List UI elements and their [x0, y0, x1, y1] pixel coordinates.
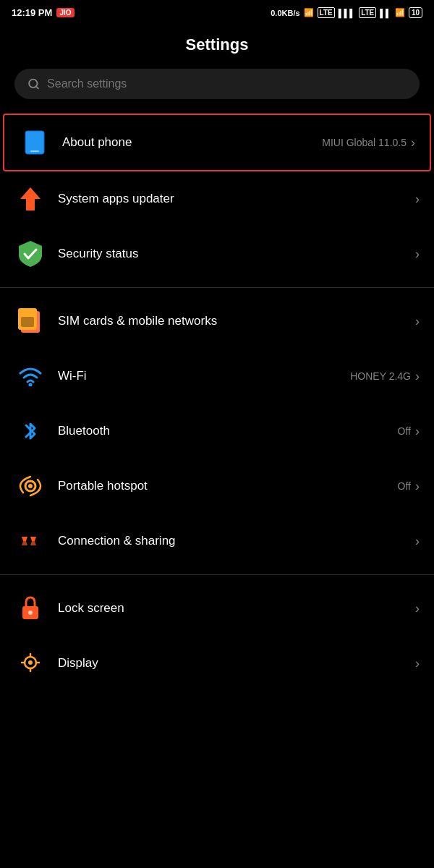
about-phone-content: About phone MIUI Global 11.0.5 ›	[62, 135, 415, 150]
connection-right: ›	[415, 534, 420, 549]
connection-icon	[14, 525, 46, 557]
hotspot-right: Off ›	[398, 479, 420, 494]
hotspot-icon	[14, 470, 46, 502]
system-apps-label: System apps updater	[58, 192, 174, 206]
settings-item-bluetooth[interactable]: Bluetooth Off ›	[0, 404, 434, 459]
hotspot-chevron: ›	[415, 479, 420, 494]
svg-rect-7	[21, 317, 34, 327]
wifi-right: HONEY 2.4G ›	[350, 369, 420, 384]
settings-item-display[interactable]: Display ›	[0, 636, 434, 691]
display-chevron: ›	[415, 656, 420, 671]
signal-icon-2: ▌▌▌	[339, 9, 355, 17]
svg-point-14	[28, 660, 33, 665]
hotspot-subtitle: Off	[398, 480, 411, 492]
security-label: Security status	[58, 247, 139, 261]
carrier-badge: JIO	[56, 8, 74, 17]
security-content: Security status ›	[58, 247, 420, 262]
system-apps-right: ›	[415, 192, 420, 207]
wifi-icon	[14, 360, 46, 392]
settings-item-lock[interactable]: Lock screen ›	[0, 581, 434, 636]
bluetooth-content: Bluetooth Off ›	[58, 424, 420, 439]
svg-point-8	[29, 383, 33, 387]
sim-right: ›	[415, 314, 420, 329]
lock-label: Lock screen	[58, 601, 124, 616]
sim-icon	[14, 305, 46, 337]
sim-label: SIM cards & mobile networks	[58, 314, 217, 328]
lte-icon-2: LTE	[359, 7, 376, 18]
display-content: Display ›	[58, 656, 420, 671]
wifi-content: Wi-Fi HONEY 2.4G ›	[58, 369, 420, 384]
search-input[interactable]	[47, 77, 407, 90]
bluetooth-icon	[14, 415, 46, 447]
wifi-subtitle: HONEY 2.4G	[350, 370, 411, 382]
lock-chevron: ›	[415, 601, 420, 616]
system-apps-icon	[14, 183, 46, 215]
settings-item-connection[interactable]: Connection & sharing ›	[0, 514, 434, 569]
signal-icon: 📶	[304, 8, 314, 17]
lte-icon: LTE	[318, 7, 335, 18]
display-icon	[14, 647, 46, 679]
system-apps-chevron: ›	[415, 192, 420, 207]
about-phone-right: MIUI Global 11.0.5 ›	[322, 135, 415, 150]
divider-2	[0, 574, 434, 575]
display-right: ›	[415, 656, 420, 671]
battery-icon: 10	[409, 7, 422, 18]
settings-item-security[interactable]: Security status ›	[0, 226, 434, 281]
security-right: ›	[415, 247, 420, 262]
lock-right: ›	[415, 601, 420, 616]
sim-content: SIM cards & mobile networks ›	[58, 314, 420, 329]
settings-item-wifi[interactable]: Wi-Fi HONEY 2.4G ›	[0, 349, 434, 404]
hotspot-content: Portable hotspot Off ›	[58, 479, 420, 494]
security-chevron: ›	[415, 247, 420, 262]
svg-marker-4	[20, 187, 41, 210]
hotspot-label: Portable hotspot	[58, 479, 148, 493]
divider-1	[0, 287, 434, 288]
wifi-status-icon: 📶	[395, 8, 405, 17]
bluetooth-subtitle: Off	[398, 425, 411, 437]
search-bar[interactable]	[14, 69, 420, 99]
settings-item-about-phone[interactable]: About phone MIUI Global 11.0.5 ›	[3, 114, 431, 171]
about-phone-subtitle: MIUI Global 11.0.5	[322, 137, 407, 148]
search-icon	[27, 77, 40, 90]
page-title: Settings	[0, 22, 434, 69]
status-right: 0.0KB/s 📶 LTE ▌▌▌ LTE ▌▌ 📶 10	[271, 7, 422, 18]
about-phone-chevron: ›	[411, 135, 415, 150]
svg-rect-3	[30, 150, 39, 152]
settings-item-sim[interactable]: SIM cards & mobile networks ›	[0, 294, 434, 349]
about-phone-label: About phone	[62, 135, 132, 150]
status-bar: 12:19 PM JIO 0.0KB/s 📶 LTE ▌▌▌ LTE ▌▌ 📶 …	[0, 0, 434, 22]
sim-chevron: ›	[415, 314, 420, 329]
lock-content: Lock screen ›	[58, 601, 420, 616]
network-speed: 0.0KB/s	[271, 9, 299, 17]
bluetooth-chevron: ›	[415, 424, 420, 439]
wifi-chevron: ›	[415, 369, 420, 384]
about-phone-icon	[19, 127, 51, 158]
bluetooth-right: Off ›	[398, 424, 420, 439]
time: 12:19 PM	[12, 7, 52, 18]
svg-point-12	[28, 610, 33, 615]
signal-icon-3: ▌▌	[380, 9, 391, 17]
status-left: 12:19 PM JIO	[12, 7, 75, 18]
security-icon	[14, 238, 46, 270]
display-label: Display	[58, 656, 98, 671]
lock-screen-icon	[14, 592, 46, 624]
connection-label: Connection & sharing	[58, 534, 176, 548]
settings-item-system-apps[interactable]: System apps updater ›	[0, 171, 434, 226]
connection-chevron: ›	[415, 534, 420, 549]
system-apps-content: System apps updater ›	[58, 192, 420, 207]
wifi-label: Wi-Fi	[58, 369, 87, 383]
connection-content: Connection & sharing ›	[58, 534, 420, 549]
bluetooth-label: Bluetooth	[58, 424, 110, 438]
settings-item-hotspot[interactable]: Portable hotspot Off ›	[0, 459, 434, 514]
svg-point-10	[28, 484, 33, 488]
svg-line-1	[36, 86, 38, 88]
